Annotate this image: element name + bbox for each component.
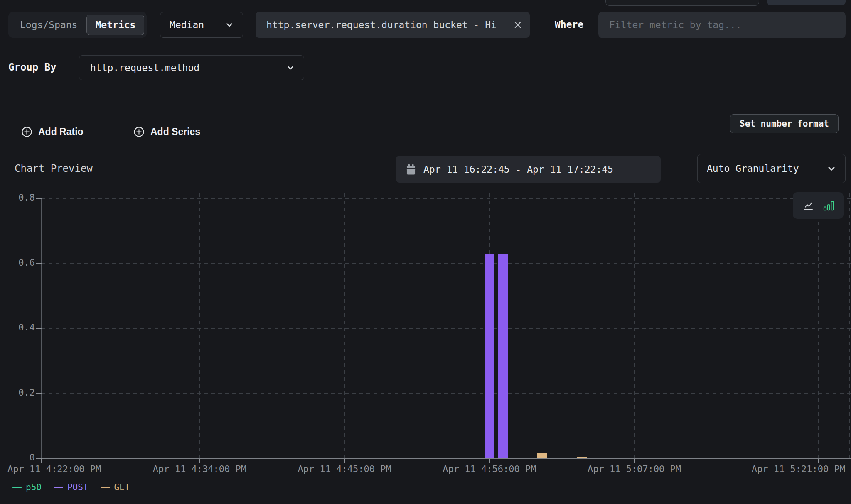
calendar-icon — [406, 164, 416, 175]
source-toggle: Logs/Spans Metrics — [8, 12, 147, 38]
filter-input[interactable] — [598, 12, 846, 38]
circle-plus-icon — [133, 126, 145, 137]
tab-logs-spans[interactable]: Logs/Spans — [11, 15, 86, 35]
legend-item-p50[interactable]: p50 — [12, 482, 42, 492]
add-series-button[interactable]: Add Series — [131, 122, 203, 141]
where-label: Where — [555, 19, 583, 30]
x-tick — [634, 459, 635, 463]
date-range-picker[interactable]: Apr 11 16:22:45 - Apr 11 17:22:45 — [396, 156, 661, 183]
x-tick-label: Apr 11 4:34:00 PM — [153, 464, 246, 474]
y-tick-label: 0.8 — [0, 192, 35, 203]
metrics-explorer: Logs/Spans Metrics Median http.server.re… — [0, 0, 851, 504]
granularity-dropdown[interactable]: Auto Granularity — [697, 154, 846, 183]
y-tick — [36, 198, 42, 199]
chevron-down-icon — [225, 21, 234, 29]
top-partial-button[interactable] — [767, 0, 846, 5]
x-tick-label: Apr 11 5:21:00 PM — [752, 464, 845, 474]
gridline-horizontal — [42, 393, 851, 394]
date-range-value: Apr 11 16:22:45 - Apr 11 17:22:45 — [423, 164, 613, 175]
top-partial-input[interactable] — [605, 0, 759, 6]
aggregation-dropdown[interactable]: Median — [160, 12, 243, 38]
y-tick — [36, 393, 42, 394]
gridline-horizontal — [42, 328, 851, 329]
chevron-down-icon — [286, 64, 295, 72]
add-series-label: Add Series — [150, 126, 200, 137]
gridline-right-edge — [849, 193, 850, 458]
x-tick-label: Apr 11 4:56:00 PM — [443, 464, 536, 474]
chart-plot-area: 00.20.40.60.8Apr 11 4:22:00 PMApr 11 4:3… — [0, 191, 851, 482]
bar-chart-icon — [823, 200, 834, 211]
close-icon[interactable] — [513, 20, 522, 29]
x-axis-line — [41, 458, 851, 459]
legend-item-get[interactable]: GET — [101, 482, 130, 492]
bar-post[interactable] — [485, 254, 494, 458]
gridline-vertical — [634, 193, 635, 458]
x-tick — [41, 459, 42, 463]
circle-plus-icon — [21, 126, 32, 137]
add-ratio-label: Add Ratio — [38, 126, 84, 137]
chevron-down-icon — [827, 164, 836, 173]
filter-input-wrap — [598, 12, 846, 38]
y-tick-label: 0.2 — [0, 387, 35, 398]
metric-field-value: http.server.request.duration_bucket - Hi — [266, 20, 513, 30]
x-tick — [489, 459, 490, 463]
aggregation-value: Median — [170, 20, 204, 30]
bar-chart-button[interactable] — [823, 200, 834, 211]
chart-legend: p50POSTGET — [12, 482, 130, 492]
x-tick — [818, 459, 819, 463]
legend-item-post[interactable]: POST — [54, 482, 89, 492]
y-tick-label: 0.6 — [0, 257, 35, 268]
group-by-value: http.request.method — [90, 62, 199, 73]
add-ratio-button[interactable]: Add Ratio — [19, 122, 86, 141]
gridline-vertical — [199, 193, 200, 458]
section-divider — [7, 100, 851, 100]
line-chart-button[interactable] — [802, 199, 814, 212]
legend-dash-icon — [101, 487, 110, 488]
legend-dash-icon — [12, 487, 22, 488]
metric-field[interactable]: http.server.request.duration_bucket - Hi — [256, 12, 530, 38]
tab-metrics[interactable]: Metrics — [86, 15, 144, 35]
gridline-vertical — [818, 193, 819, 458]
x-tick — [344, 459, 345, 463]
gridline-vertical — [344, 193, 345, 458]
legend-label: GET — [114, 482, 130, 492]
x-tick — [199, 459, 200, 463]
bar-get[interactable] — [537, 453, 547, 458]
gridline-horizontal — [42, 263, 851, 264]
y-tick-label: 0.4 — [0, 322, 35, 333]
set-number-format-button[interactable]: Set number format — [730, 114, 839, 133]
x-tick-label: Apr 11 5:07:00 PM — [588, 464, 681, 474]
bar-post[interactable] — [498, 254, 508, 458]
x-tick-label: Apr 11 4:22:00 PM — [7, 464, 101, 474]
y-tick — [36, 263, 42, 264]
y-axis-line — [41, 198, 42, 459]
legend-label: POST — [67, 482, 89, 492]
bar-get[interactable] — [577, 457, 587, 458]
gridline-horizontal — [42, 198, 851, 199]
granularity-value: Auto Granularity — [707, 163, 799, 174]
group-by-label: Group By — [8, 61, 57, 73]
group-by-dropdown[interactable]: http.request.method — [79, 55, 304, 80]
legend-label: p50 — [26, 482, 42, 492]
line-chart-icon — [802, 199, 814, 212]
y-tick — [36, 458, 42, 459]
y-tick — [36, 328, 42, 329]
x-tick-label: Apr 11 4:45:00 PM — [298, 464, 391, 474]
y-tick-label: 0 — [0, 452, 35, 462]
legend-dash-icon — [54, 487, 63, 488]
chart-type-toggle — [793, 192, 844, 219]
chart-preview-title: Chart Preview — [15, 163, 93, 174]
